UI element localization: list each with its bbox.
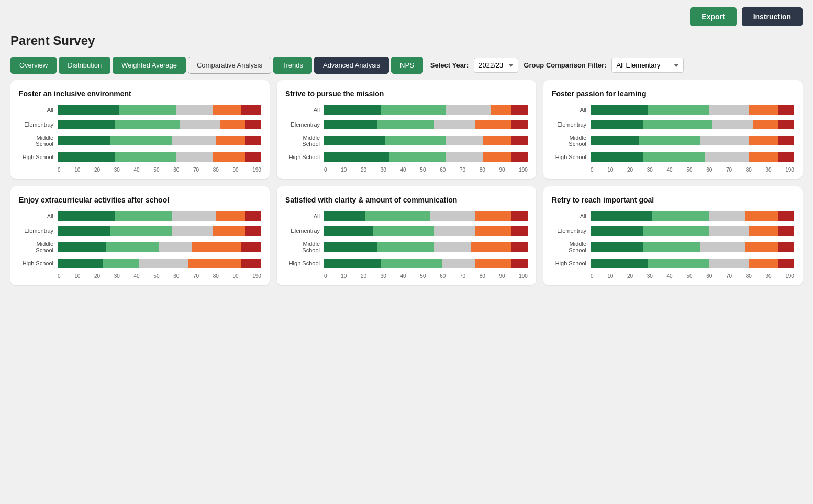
bar-container bbox=[591, 259, 794, 268]
bar-segment-light-green bbox=[365, 211, 430, 221]
tab-comparative-analysis[interactable]: Comparative Analysis bbox=[188, 57, 271, 74]
bar-container bbox=[591, 211, 794, 221]
year-filter-label: Select Year: bbox=[430, 61, 469, 69]
bar-container bbox=[324, 105, 528, 115]
group-filter-label: Group Comparison Filter: bbox=[524, 61, 606, 69]
bar-segment-dark-red bbox=[241, 242, 261, 252]
bar-container bbox=[58, 120, 261, 129]
bar-segment-dark-green bbox=[591, 211, 652, 221]
x-axis-label: 70 bbox=[193, 273, 199, 279]
bar-row: High School bbox=[552, 152, 794, 162]
bar-row: All bbox=[285, 105, 528, 115]
bar-row: High School bbox=[285, 152, 528, 162]
bar-segment-gray bbox=[446, 152, 483, 162]
bar-segment-gray bbox=[159, 242, 192, 252]
x-axis-label: 60 bbox=[173, 167, 179, 173]
bar-segment-orange bbox=[491, 105, 511, 115]
x-axis: 0102030405060708090190 bbox=[19, 273, 261, 279]
bar-segment-light-green bbox=[115, 211, 172, 221]
chart-title-chart2: Strive to pursue the mission bbox=[285, 89, 528, 98]
bar-label: Middle School bbox=[552, 135, 591, 147]
bar-segment-dark-red bbox=[778, 136, 794, 145]
x-axis-label: 30 bbox=[647, 273, 653, 279]
x-axis-label: 90 bbox=[232, 273, 238, 279]
bar-segment-light-green bbox=[115, 120, 180, 129]
chart-area-chart3: AllElementrayMiddle SchoolHigh School010… bbox=[552, 105, 794, 173]
tab-overview[interactable]: Overview bbox=[10, 57, 57, 74]
bar-segment-orange bbox=[749, 226, 777, 236]
chart-title-chart1: Foster an inclusive environment bbox=[19, 89, 261, 98]
bar-segment-orange bbox=[749, 152, 777, 162]
bar-label: Elementray bbox=[19, 121, 58, 128]
x-axis-label: 30 bbox=[114, 167, 120, 173]
bar-row: High School bbox=[285, 259, 528, 268]
x-axis-label: 0 bbox=[58, 273, 61, 279]
tab-weighted-average[interactable]: Weighted Average bbox=[113, 57, 186, 74]
group-select[interactable]: All Elementary All Middle School All Hig… bbox=[611, 58, 684, 73]
year-select[interactable]: 2022/23 2021/22 2020/21 bbox=[474, 58, 518, 73]
bar-segment-dark-green bbox=[591, 105, 648, 115]
bar-row: All bbox=[19, 105, 261, 115]
bar-segment-gray bbox=[434, 242, 471, 252]
x-axis-label: 50 bbox=[153, 167, 159, 173]
x-axis: 0102030405060708090190 bbox=[285, 167, 528, 173]
bar-row: Elementray bbox=[552, 226, 794, 236]
bar-segment-orange bbox=[483, 152, 511, 162]
bar-segment-light-green bbox=[110, 136, 172, 145]
x-axis-label: 60 bbox=[706, 167, 712, 173]
bar-segment-gray bbox=[172, 211, 217, 221]
x-axis-label: 30 bbox=[381, 273, 386, 279]
bar-segment-orange bbox=[483, 136, 511, 145]
x-axis-label: 90 bbox=[765, 167, 771, 173]
x-axis-label: 0 bbox=[591, 167, 594, 173]
tab-trends[interactable]: Trends bbox=[273, 57, 312, 74]
bar-container bbox=[58, 259, 261, 268]
tab-nps[interactable]: NPS bbox=[391, 57, 423, 74]
bar-label: High School bbox=[552, 154, 591, 160]
bar-row: High School bbox=[552, 259, 794, 268]
x-axis-label: 20 bbox=[627, 273, 633, 279]
chart-area-chart1: AllElementrayMiddle SchoolHigh School010… bbox=[19, 105, 261, 173]
bar-segment-light-green bbox=[648, 105, 709, 115]
bar-label: All bbox=[285, 213, 324, 219]
instruction-button[interactable]: Instruction bbox=[742, 7, 803, 26]
x-axis-label: 90 bbox=[232, 167, 238, 173]
bar-container bbox=[324, 211, 528, 221]
top-bar: Export Instruction bbox=[0, 0, 813, 33]
chart-card-chart3: Foster passion for learningAllElementray… bbox=[543, 80, 803, 179]
bar-segment-dark-green bbox=[591, 120, 643, 129]
bar-segment-dark-green bbox=[324, 120, 377, 129]
bar-segment-light-green bbox=[377, 242, 434, 252]
tab-advanced-analysis[interactable]: Advanced Analysis bbox=[314, 57, 389, 74]
bar-segment-light-green bbox=[643, 152, 705, 162]
bar-container bbox=[58, 136, 261, 145]
chart-card-chart4: Enjoy extracurricular activities after s… bbox=[10, 186, 270, 285]
export-button[interactable]: Export bbox=[690, 7, 736, 26]
x-axis-label: 80 bbox=[480, 167, 485, 173]
bar-segment-light-green bbox=[110, 226, 172, 236]
bar-segment-dark-green bbox=[324, 242, 377, 252]
x-axis-label: 40 bbox=[134, 273, 140, 279]
bar-row: Elementray bbox=[552, 120, 794, 129]
bar-row: Middle School bbox=[19, 135, 261, 147]
x-axis-label: 80 bbox=[746, 273, 752, 279]
bar-segment-orange bbox=[749, 136, 777, 145]
bar-segment-dark-green bbox=[324, 259, 381, 268]
bar-label: High School bbox=[285, 260, 324, 266]
bar-segment-dark-red bbox=[511, 105, 528, 115]
x-axis-label: 60 bbox=[440, 167, 446, 173]
x-axis-label: 70 bbox=[726, 273, 732, 279]
bar-segment-light-green bbox=[115, 152, 176, 162]
x-axis-label: 90 bbox=[499, 167, 505, 173]
bar-segment-dark-green bbox=[591, 152, 643, 162]
chart-card-chart6: Retry to reach important goalAllElementr… bbox=[543, 186, 803, 285]
bar-segment-gray bbox=[176, 152, 213, 162]
tab-distribution[interactable]: Distribution bbox=[59, 57, 110, 74]
bar-segment-dark-green bbox=[591, 226, 643, 236]
bar-segment-gray bbox=[446, 105, 491, 115]
bar-segment-gray bbox=[430, 211, 475, 221]
bar-label: All bbox=[552, 107, 591, 113]
bar-segment-orange bbox=[753, 120, 778, 129]
x-axis-label: 190 bbox=[252, 167, 261, 173]
chart-area-chart6: AllElementrayMiddle SchoolHigh School010… bbox=[552, 211, 794, 279]
